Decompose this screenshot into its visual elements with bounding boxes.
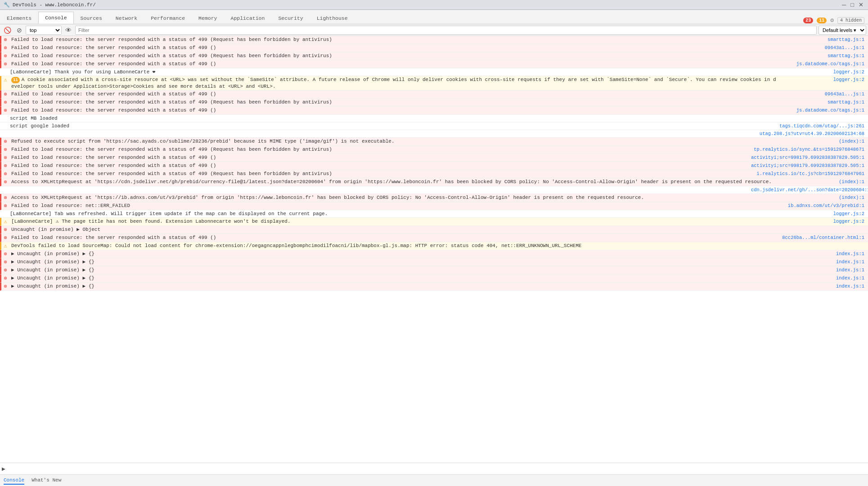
row-source[interactable]: index.js:1 (778, 259, 868, 265)
error-icon: ⊗ (4, 267, 7, 274)
error-icon: ⊗ (4, 37, 7, 43)
row-source[interactable]: smarttag.js:1 (778, 53, 868, 59)
error-icon: ⊗ (4, 91, 7, 98)
console-row: ⊗Access to XMLHttpRequest at 'https://cd… (0, 178, 868, 186)
row-content: Failed to load resource: the server resp… (9, 107, 778, 113)
console-row: ⊗Failed to load resource: the server res… (0, 234, 868, 242)
error-icon: ⊗ (4, 235, 7, 241)
console-row: script google loadedtags.tiqcdn.com/utag… (0, 122, 868, 130)
tab-icons-area: 23 11 ⚙ 4 hidden (803, 17, 868, 24)
row-content: ▶ Uncaught (in promise) ▶ {} (9, 267, 778, 273)
levels-select[interactable]: Default levels ▾ (819, 26, 866, 35)
console-row: ⊗Failed to load resource: the server res… (0, 154, 868, 162)
row-source[interactable]: tags.tiqcdn.com/utag/...js:261 (778, 123, 868, 129)
error-icon: ⊗ (4, 259, 7, 266)
console-row: cdn.jsdelivr.net/gh/...son?date=20200604… (0, 186, 868, 194)
bottom-tab-whatsnew[interactable]: What's New (31, 477, 61, 485)
console-row: [LaBonneCarte] Tab was refreshed. Will t… (0, 210, 868, 218)
row-source[interactable]: smarttag.js:1 (778, 36, 868, 43)
tab-sources[interactable]: Sources (74, 12, 109, 24)
row-icon: ⊗ (1, 283, 9, 290)
prompt-arrow: ▶ (2, 465, 5, 472)
row-content: Failed to load resource: the server resp… (9, 53, 778, 59)
console-row: ⚠DevTools failed to load SourceMap: Coul… (0, 242, 868, 250)
console-output[interactable]: ⊗Failed to load resource: the server res… (0, 36, 868, 463)
row-icon: ⊗ (1, 91, 9, 98)
console-row: ⊗▶ Uncaught (in promise) ▶ {}index.js:1 (0, 250, 868, 258)
error-icon: ⊗ (4, 275, 7, 282)
row-icon: ⊗ (1, 194, 9, 201)
row-source[interactable]: (index):1 (778, 179, 868, 185)
console-row: ⚠[LaBonneCarte] ⚠ The page title has not… (0, 218, 868, 226)
tab-performance[interactable]: Performance (144, 12, 192, 24)
tab-console[interactable]: Console (38, 12, 73, 24)
eye-button[interactable]: 👁 (63, 26, 73, 35)
console-row: ⊗Failed to load resource: the server res… (0, 60, 868, 68)
restore-button[interactable]: □ (850, 1, 855, 8)
row-source[interactable]: tp.realytics.io/sync.&ts=15912976848671 (754, 146, 868, 153)
row-source[interactable]: logger.js:2 (778, 218, 868, 225)
row-icon: ⊗ (1, 251, 9, 257)
row-content: ▶ Uncaught (in promise) ▶ {} (9, 275, 778, 281)
console-row: ⊗Failed to load resource: the server res… (0, 36, 868, 44)
row-content: Failed to load resource: the server resp… (9, 171, 757, 177)
error-icon: ⊗ (4, 203, 7, 209)
minimize-button[interactable]: ─ (841, 1, 847, 8)
row-icon (0, 211, 8, 211)
filter-button[interactable]: ⊘ (15, 26, 24, 35)
console-row: ⊗Failed to load resource: the server res… (0, 44, 868, 52)
tab-network[interactable]: Network (109, 12, 144, 24)
row-source[interactable]: index.js:1 (778, 267, 868, 273)
tab-elements[interactable]: Elements (0, 12, 38, 24)
row-source[interactable]: index.js:1 (778, 275, 868, 281)
row-content: DevTools failed to load SourceMap: Could… (9, 243, 778, 249)
console-input[interactable] (7, 466, 866, 472)
row-source[interactable]: activityi;src=998179.6992838387829.505:1 (751, 154, 868, 161)
settings-icon[interactable]: ⚙ (830, 17, 834, 24)
row-icon: ⊗ (1, 138, 9, 145)
row-source[interactable]: 09643a1...js:1 (778, 45, 868, 51)
row-source[interactable]: utag.208.js?utv=ut4.39.20200602134:68 (760, 130, 868, 137)
row-source[interactable]: logger.js:2 (778, 76, 868, 83)
row-content: [LaBonneCarte] Thank you for using LaBon… (8, 69, 778, 75)
console-row: ⊗Failed to load resource: the server res… (0, 52, 868, 60)
row-source[interactable]: logger.js:2 (778, 69, 868, 75)
context-select[interactable]: top (26, 26, 62, 35)
row-icon: ⊗ (1, 275, 9, 282)
row-icon: ⊗ (1, 45, 9, 51)
row-icon: ⊗ (1, 259, 9, 266)
tab-application[interactable]: Application (224, 12, 272, 24)
tab-lighthouse[interactable]: Lighthouse (310, 12, 355, 24)
console-toolbar: 🚫 ⊘ top 👁 Default levels ▾ (0, 24, 868, 36)
tab-security[interactable]: Security (271, 12, 310, 24)
row-source[interactable]: smarttag.js:1 (778, 99, 868, 105)
row-source[interactable]: ib.adnxs.com/ut/v3/prebid:1 (778, 202, 868, 209)
row-source[interactable]: (index):1 (778, 194, 868, 201)
bottom-tab-console[interactable]: Console (4, 477, 24, 485)
row-content: Failed to load resource: the server resp… (9, 45, 778, 51)
row-source[interactable]: (index):1 (778, 138, 868, 144)
close-button[interactable]: ✕ (858, 1, 864, 8)
row-icon (0, 130, 8, 131)
hidden-badge: 4 hidden (837, 17, 864, 24)
devtools-icon: 🔧 (4, 2, 10, 8)
row-source[interactable]: cdn.jsdelivr.net/gh/...son?date=20200604… (751, 187, 868, 193)
row-source[interactable]: 8cc26ba...ml/container.html:1 (778, 234, 868, 241)
row-source[interactable]: 09643a1...js:1 (778, 91, 868, 97)
row-source[interactable]: js.datadome.co/tags.js:1 (778, 61, 868, 67)
row-source[interactable]: index.js:1 (778, 251, 868, 257)
row-icon: ⊗ (1, 99, 9, 106)
error-icon: ⊗ (4, 99, 7, 106)
console-row: ⊗Failed to load resource: net::ERR_FAILE… (0, 202, 868, 210)
row-source[interactable]: js.datadome.co/tags.js:1 (778, 107, 868, 113)
console-row: script MB loaded (0, 115, 868, 122)
row-source[interactable]: logger.js:2 (778, 211, 868, 217)
tab-memory[interactable]: Memory (192, 12, 224, 24)
clear-console-button[interactable]: 🚫 (2, 26, 13, 35)
filter-input[interactable] (75, 26, 817, 35)
row-source[interactable]: index.js:1 (778, 283, 868, 289)
count-badge: 11 (11, 77, 20, 83)
row-source[interactable]: i.realytics.io/tc.js?cb=15912976847961 (757, 171, 868, 177)
row-source[interactable]: activityi;src=998179.6992838387829.505:1 (751, 162, 868, 169)
row-icon (0, 187, 8, 187)
